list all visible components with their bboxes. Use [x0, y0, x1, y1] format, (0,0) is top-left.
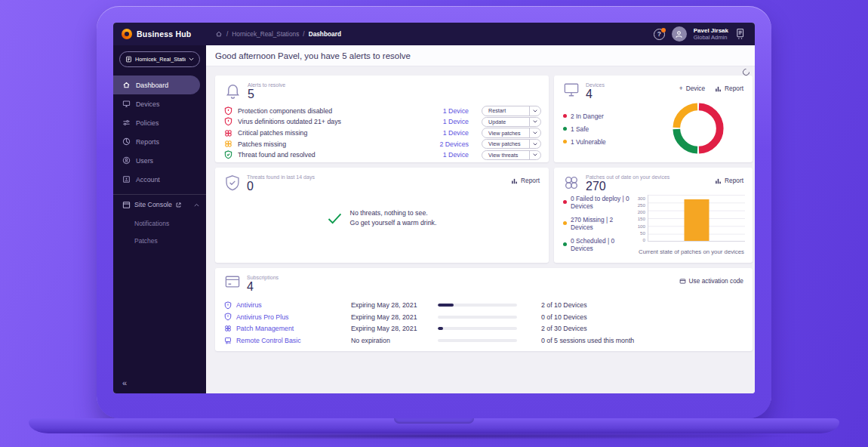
subscription-link[interactable]: Patch Management: [224, 325, 351, 332]
breadcrumb-current: Dashboard: [309, 30, 341, 38]
subscription-row: Patch Management Expiring May 28, 2021 2…: [224, 323, 743, 335]
site-selector[interactable]: Hornicek_Real_Statio...: [119, 51, 200, 67]
alert-action-label: Restart: [482, 107, 529, 114]
sidebar-subitem-notifications[interactable]: Notifications: [113, 214, 206, 232]
help-icon[interactable]: ?: [654, 29, 665, 40]
missing-patches-bar[interactable]: [685, 199, 709, 241]
alert-action-select[interactable]: View patches: [482, 128, 541, 138]
subscription-usage: 2 of 30 Devices: [525, 325, 743, 332]
card-title: Threats found in last 14 days: [247, 174, 315, 180]
patches-report-button[interactable]: Report: [715, 177, 743, 184]
legend-item[interactable]: 2 In Danger: [563, 113, 669, 120]
patches-card: Patches out of date on your devices 270 …: [554, 168, 753, 263]
threats-report-button[interactable]: Report: [511, 177, 540, 184]
legend-item[interactable]: 0 Failed to deploy | 0 Devices: [563, 195, 633, 210]
sidebar-item-label: Dashboard: [136, 82, 168, 89]
laptop-notch: [394, 418, 474, 424]
notification-dot: [661, 28, 666, 32]
sidebar-item-reports[interactable]: Reports: [113, 132, 200, 151]
brand-name: Business Hub: [137, 29, 191, 39]
subscription-card-icon: [224, 275, 241, 289]
card-title: Patches out of date on your devices: [586, 174, 669, 180]
alert-devices-link[interactable]: 1 Device: [443, 107, 469, 115]
alert-action-label: View patches: [482, 130, 529, 137]
chevron-down-icon[interactable]: [529, 140, 540, 149]
alert-devices-link[interactable]: 1 Device: [443, 129, 469, 137]
subscription-link[interactable]: Remote Control Basic: [224, 337, 351, 344]
sliders-icon: [122, 119, 131, 127]
legend-item[interactable]: 270 Missing | 2 Devices: [563, 216, 633, 231]
home-icon[interactable]: [215, 30, 223, 38]
usage-bar: [438, 339, 517, 342]
sidebar-nav: Dashboard Devices Policies Reports: [113, 76, 206, 189]
usage-bar-fill: [438, 304, 454, 307]
alert-action-select[interactable]: View threats: [482, 150, 541, 161]
legend-dot: [563, 221, 567, 225]
alert-devices-link[interactable]: 2 Devices: [439, 140, 469, 148]
shield-icon: [224, 313, 232, 321]
alerts-card: Alerts to resolve 5 Protection component…: [215, 76, 549, 162]
legend-item[interactable]: 0 Scheduled | 0 Devices: [563, 237, 633, 252]
sidebar-item-label: Reports: [136, 138, 159, 146]
sidebar-item-users[interactable]: Users: [113, 151, 200, 170]
usage-bar-fill: [438, 327, 443, 330]
sidebar-item-site-console[interactable]: Site Console: [113, 195, 206, 214]
window-icon: [122, 201, 131, 209]
alert-row: Threat found and resolved 1 Device View …: [224, 150, 541, 161]
site-selector-label: Hornicek_Real_Statio...: [135, 56, 186, 63]
bar-chart-icon: [511, 177, 518, 184]
desktop-background: Business Hub / Hornicek_Real_Stations / …: [0, 0, 868, 447]
devices-report-button[interactable]: Report: [715, 85, 743, 92]
sidebar-subitem-patches[interactable]: Patches: [113, 232, 206, 249]
subscription-expiry: Expiring May 28, 2021: [351, 301, 438, 309]
bar-chart-icon: [715, 85, 722, 92]
chevron-down-icon[interactable]: [529, 106, 540, 116]
legend-dot: [563, 114, 567, 118]
legend-item[interactable]: 1 Safe: [563, 125, 669, 133]
user-name: Pavel Jirsak: [694, 27, 728, 35]
devices-donut-chart[interactable]: [669, 100, 727, 157]
add-device-button[interactable]: + Device: [679, 85, 705, 92]
donut-segment-vulnerable[interactable]: [676, 106, 697, 128]
alert-devices-link[interactable]: 1 Device: [443, 151, 469, 159]
sidebar-item-label: Policies: [136, 119, 159, 127]
devices-legend: 2 In Danger 1 Safe 1 Vulnerable: [563, 113, 669, 146]
sidebar-item-label: Devices: [136, 100, 159, 108]
chevron-down-icon[interactable]: [529, 118, 540, 127]
sidebar-collapse-button[interactable]: «: [113, 378, 206, 393]
sidebar-item-devices[interactable]: Devices: [113, 94, 200, 113]
chevron-down-icon[interactable]: [529, 151, 540, 160]
usage-bar: [438, 304, 517, 307]
alert-label: Threat found and resolved: [238, 151, 438, 159]
subscription-link[interactable]: Antivirus: [224, 301, 351, 310]
patches-icon: [224, 325, 232, 332]
threats-count: 0: [247, 180, 315, 193]
legend-dot: [563, 140, 567, 143]
alert-action-select[interactable]: Update: [482, 117, 541, 128]
alert-action-select[interactable]: View patches: [482, 139, 541, 150]
donut-segment-safe[interactable]: [676, 129, 697, 150]
sidebar-item-account[interactable]: Account: [113, 170, 200, 189]
sidebar-item-policies[interactable]: Policies: [113, 113, 200, 132]
alert-label: Critical patches missing: [238, 129, 438, 137]
sidebar-item-dashboard[interactable]: Dashboard: [113, 76, 200, 94]
legend-item[interactable]: 1 Vulnerable: [563, 138, 669, 146]
card-title: Devices: [586, 82, 605, 88]
account-icon: [122, 175, 131, 183]
user-meta[interactable]: Pavel Jirsak Global Admin: [694, 27, 728, 42]
use-activation-code-button[interactable]: Use activation code: [679, 277, 743, 285]
donut-segment-in-danger[interactable]: [699, 106, 720, 150]
breadcrumb-site[interactable]: Hornicek_Real_Stations: [232, 30, 299, 38]
threats-empty-state: No threats, nothing to see. Go get yours…: [215, 208, 549, 229]
shield-check-icon: [224, 174, 241, 192]
avatar[interactable]: [672, 26, 687, 42]
chevron-down-icon[interactable]: [529, 128, 540, 137]
brand[interactable]: Business Hub: [113, 29, 206, 39]
alert-devices-link[interactable]: 1 Device: [443, 118, 469, 125]
alert-action-select[interactable]: Restart: [482, 106, 541, 116]
alert-action-label: Update: [482, 119, 529, 125]
chevron-down-icon: [189, 57, 194, 61]
subscription-link[interactable]: Antivirus Pro Plus: [224, 313, 351, 321]
subscription-expiry: No expiration: [351, 337, 438, 344]
release-notes-icon[interactable]: [735, 28, 745, 40]
